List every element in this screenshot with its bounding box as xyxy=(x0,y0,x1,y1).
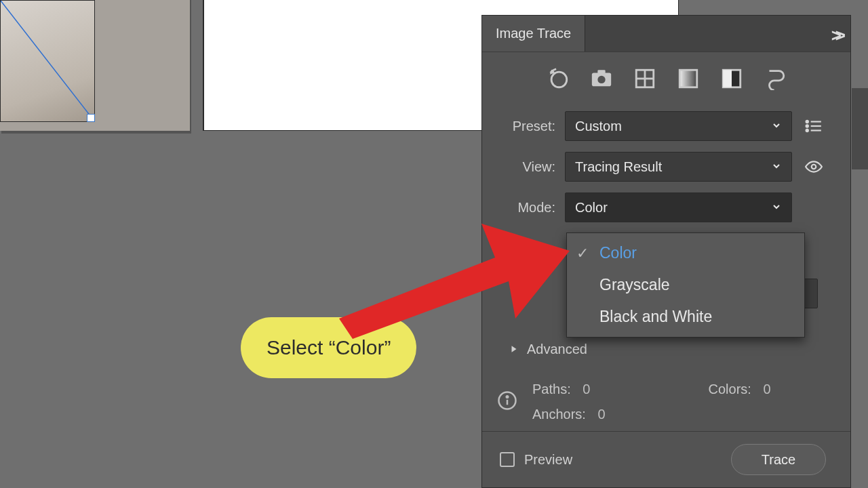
mode-option-label: Grayscale xyxy=(599,276,670,294)
view-label: View: xyxy=(482,159,555,175)
preset-label: Preset: xyxy=(482,119,555,134)
artboard-icon[interactable] xyxy=(633,67,656,94)
trace-stats: Paths: 0 Colors: 0 Anchors: 0 xyxy=(482,363,850,425)
gradient-icon[interactable] xyxy=(677,67,700,94)
svg-marker-22 xyxy=(339,224,570,339)
paths-label: Paths: xyxy=(532,382,571,396)
info-icon xyxy=(497,390,517,414)
mode-option-color[interactable]: ✓ Color xyxy=(567,237,804,269)
trace-button[interactable]: Trace xyxy=(731,444,826,475)
mode-option-grayscale[interactable]: Grayscale xyxy=(567,269,804,301)
mode-dropdown-menu: ✓ Color Grayscale Black and White xyxy=(566,232,805,338)
panel-footer: Preview Trace xyxy=(482,431,850,487)
annotation-arrow xyxy=(312,217,583,352)
view-visibility-icon[interactable] xyxy=(802,158,826,176)
svg-rect-10 xyxy=(723,70,732,87)
colors-stat: Colors: 0 xyxy=(709,382,824,397)
svg-line-0 xyxy=(1,1,94,121)
auto-color-icon[interactable] xyxy=(547,67,570,94)
mode-label: Mode: xyxy=(482,200,555,216)
panel-tab-image-trace[interactable]: Image Trace xyxy=(482,16,585,52)
svg-rect-4 xyxy=(597,70,605,74)
camera-icon[interactable] xyxy=(590,67,613,94)
mode-dropdown[interactable]: Color xyxy=(565,192,792,222)
preset-dropdown[interactable]: Custom xyxy=(565,111,792,141)
chevron-down-icon xyxy=(771,200,782,216)
selected-image[interactable] xyxy=(0,0,95,122)
preset-icon-row xyxy=(482,52,850,106)
paths-value: 0 xyxy=(583,382,590,396)
svg-point-14 xyxy=(806,121,808,123)
svg-rect-8 xyxy=(679,70,697,87)
panel-title: Image Trace xyxy=(496,26,571,41)
svg-point-1 xyxy=(551,72,567,87)
mode-option-label: Black and White xyxy=(599,308,712,326)
panel-header: Image Trace >> xyxy=(482,16,850,52)
view-value: Tracing Result xyxy=(575,159,662,175)
colors-label: Colors: xyxy=(709,382,751,396)
panel-tab-spacer xyxy=(585,16,850,52)
svg-point-21 xyxy=(507,396,509,398)
collapse-panel-icon[interactable]: >> xyxy=(831,25,840,46)
preset-options-icon[interactable] xyxy=(802,117,826,135)
anchors-stat: Anchors: 0 xyxy=(532,407,648,422)
preset-row: Preset: Custom xyxy=(482,106,850,146)
mode-value: Color xyxy=(575,200,608,216)
mode-option-bw[interactable]: Black and White xyxy=(567,301,804,333)
preview-label: Preview xyxy=(524,452,572,468)
chevron-down-icon xyxy=(771,119,782,134)
selection-diagonal xyxy=(1,1,94,121)
checkbox-box xyxy=(500,452,515,467)
colors-value: 0 xyxy=(763,382,770,396)
svg-point-17 xyxy=(812,165,816,169)
anchors-value: 0 xyxy=(598,407,606,422)
view-dropdown[interactable]: Tracing Result xyxy=(565,152,792,182)
view-row: View: Tracing Result xyxy=(482,146,850,187)
anchors-label: Anchors: xyxy=(532,407,586,422)
preset-value: Custom xyxy=(575,119,622,134)
trace-button-label: Trace xyxy=(762,452,795,468)
contrast-icon[interactable] xyxy=(720,67,743,94)
paths-stat: Paths: 0 xyxy=(532,382,648,397)
panel-scrollbar[interactable] xyxy=(852,88,868,169)
preview-checkbox[interactable]: Preview xyxy=(500,452,572,468)
mode-option-label: Color xyxy=(599,244,637,262)
svg-point-16 xyxy=(806,129,808,131)
svg-point-3 xyxy=(597,76,605,83)
chevron-down-icon xyxy=(771,159,782,175)
outline-icon[interactable] xyxy=(764,67,787,94)
svg-point-15 xyxy=(806,125,808,127)
